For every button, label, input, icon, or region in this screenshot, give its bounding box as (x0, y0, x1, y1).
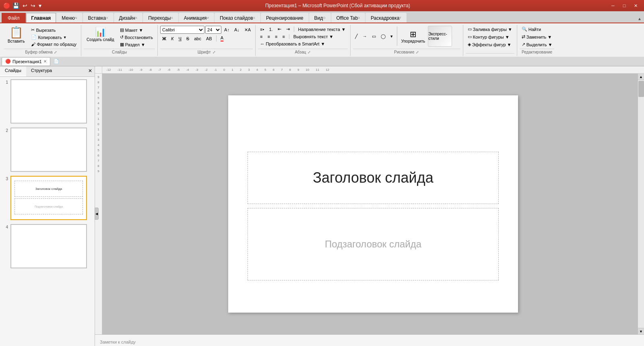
shape-circle[interactable]: ◯ (379, 33, 388, 40)
slide-thumb-2[interactable]: 2 (2, 127, 93, 173)
shadow-btn[interactable]: abc (192, 35, 203, 42)
indent-inc-btn[interactable]: ⇥ (284, 26, 292, 33)
font-color-btn[interactable]: A (219, 35, 225, 42)
panel-collapse-handle[interactable]: ◀ (95, 208, 99, 220)
scroll-thumb-v[interactable] (638, 81, 644, 97)
section-button[interactable]: ▦ Раздел ▼ (118, 41, 155, 48)
increase-font-btn[interactable]: A↑ (222, 27, 231, 33)
tab-review[interactable]: Рецензирование (261, 13, 309, 23)
slides-panel-close[interactable]: ✕ (86, 66, 95, 76)
slide-preview-4[interactable] (10, 224, 87, 268)
ribbon-collapse-btn[interactable]: ▲ (635, 15, 644, 23)
tab-menu[interactable]: МенюN (56, 13, 82, 23)
tab-officetab[interactable]: Office TabЗ (331, 13, 365, 23)
shape-fill-btn[interactable]: ▭ Заливка фигуры ▼ (466, 26, 514, 33)
tab-animation[interactable]: АнимацияИ (179, 13, 214, 23)
new-slide-button[interactable]: 📊 Создать слайд (84, 26, 117, 48)
tab-insert[interactable]: ВставкаX (83, 13, 114, 23)
indent-dec-btn[interactable]: ⇤ (276, 26, 283, 33)
align-text-btn[interactable]: Выровнять текст ▼ (291, 33, 336, 40)
find-button[interactable]: 🔍 Найти (520, 26, 555, 33)
shape-rect[interactable]: ▭ (370, 33, 378, 40)
slide-subtitle-placeholder[interactable]: Подзаголовок слайда (248, 208, 499, 280)
drawing-expand-icon[interactable]: ⤢ (416, 50, 419, 54)
tab-slideshow[interactable]: Показ слайдовX (215, 13, 260, 23)
redo-quick-btn[interactable]: ↪ (30, 2, 36, 10)
text-direction-btn[interactable]: Направление текста ▼ (296, 26, 348, 33)
clipboard-expand-icon[interactable]: ⤢ (54, 50, 57, 54)
slides-tab-slides[interactable]: Слайды (0, 66, 26, 76)
slide-title-placeholder[interactable]: Заголовок слайда (248, 152, 499, 204)
underline-btn[interactable]: Ч (177, 35, 184, 42)
justify-btn[interactable]: ≡ (280, 33, 287, 40)
bold-btn[interactable]: Ж (160, 35, 168, 42)
replace-button[interactable]: ⇄ Заменить ▼ (520, 33, 555, 40)
tab-design[interactable]: ДизайнX (114, 13, 143, 23)
strikethrough-btn[interactable]: S (184, 35, 191, 42)
ribbon-group-paragraph: ≡• 1. ⇤ ⇥ Направление текста ▼ ≡ ≡ ≡ ≡ В… (256, 25, 351, 56)
save-quick-btn[interactable]: 💾 (12, 2, 20, 10)
tab-home[interactable]: Главная (26, 13, 56, 23)
find-icon: 🔍 (522, 27, 527, 32)
arrange-button[interactable]: ⊞ Упорядочить (399, 29, 427, 44)
vertical-scrollbar[interactable]: ▲ ▼ (638, 74, 644, 334)
slide-thumb-1[interactable]: 1 (2, 78, 93, 124)
shape-arrow[interactable]: → (361, 33, 369, 39)
select-button[interactable]: ↗ Выделить ▼ (520, 41, 555, 48)
decrease-font-btn[interactable]: A↓ (232, 27, 242, 33)
maximize-button[interactable]: □ (619, 1, 630, 10)
tab-storyboard[interactable]: РаскадровкаТ (365, 13, 407, 23)
scroll-up-btn[interactable]: ▲ (638, 74, 644, 80)
slide-preview-3[interactable]: Заголовок слайда Подзаголовок слайда (10, 176, 87, 220)
layout-icon: ▤ (120, 27, 124, 33)
tab-view[interactable]: ВидO (309, 13, 331, 23)
format-painter-button[interactable]: 🖌 Формат по образцу (29, 41, 78, 47)
scroll-down-btn[interactable]: ▼ (638, 328, 644, 334)
slides-panel-tabs: Слайды Структура ✕ (0, 66, 95, 77)
slide-subtitle-text: Подзаголовок слайда (325, 239, 421, 250)
tab-file[interactable]: Файл (2, 13, 26, 23)
ribbon-group-font: Calibri 24 A↑ A↓ ✕A Ж К Ч S abc AВ A (158, 25, 256, 56)
notes-area[interactable]: Заметки к слайду (95, 334, 644, 346)
align-left-btn[interactable]: ≡ (258, 33, 264, 40)
smartart-btn[interactable]: ↔ Преобразовать в SmartArt ▼ (258, 41, 327, 47)
align-center-btn[interactable]: ≡ (266, 33, 272, 40)
quick-styles-btn[interactable]: Экспресс-стили (428, 26, 452, 47)
slides-tab-outline[interactable]: Структура (26, 66, 57, 76)
copy-button[interactable]: 📄 Копировать ▼ (29, 34, 78, 41)
slide-thumb-4[interactable]: 4 (2, 223, 93, 269)
shape-outline-btn[interactable]: ▭ Контур фигуры ▼ (466, 33, 514, 40)
numbered-btn[interactable]: 1. (267, 26, 275, 33)
reset-button[interactable]: ↺ Восстановить (118, 34, 155, 41)
ribbon-tabs: Файл Главная МенюN ВставкаX ДизайнX Пере… (0, 11, 644, 23)
slide-preview-2[interactable] (10, 128, 87, 172)
clear-format-btn[interactable]: ✕A (242, 27, 253, 33)
customize-quick-btn[interactable]: ▾ (38, 2, 42, 10)
close-button[interactable]: ✕ (630, 1, 641, 10)
italic-btn[interactable]: К (169, 35, 175, 42)
charspacing-btn[interactable]: AВ (204, 35, 214, 42)
font-expand-icon[interactable]: ⤢ (213, 50, 216, 54)
slide-thumb-3[interactable]: 3 Заголовок слайда Подзаголовок слайда (2, 175, 93, 221)
shape-line[interactable]: ╱ (353, 33, 360, 40)
paste-button[interactable]: 📋 Вставить (4, 26, 28, 48)
para-expand-icon[interactable]: ⤢ (308, 50, 311, 54)
align-right-btn[interactable]: ≡ (273, 33, 279, 40)
minimize-button[interactable]: ─ (608, 1, 618, 10)
doc-tab-add[interactable]: 📄 (51, 58, 62, 65)
slide-num-3: 3 (2, 176, 8, 181)
shape-fill-icon: ▭ (468, 27, 472, 32)
shape-more[interactable]: ▾ (388, 33, 395, 40)
tab-transitions[interactable]: ПереходыX (143, 13, 178, 23)
shape-effects-btn[interactable]: ◈ Эффекты фигур ▼ (466, 41, 514, 48)
cut-button[interactable]: ✂ Вырезать (29, 27, 78, 33)
slide-preview-1[interactable] (10, 79, 87, 124)
ribbon-group-clipboard: 📋 Вставить ✂ Вырезать 📄 Копировать ▼ 🖌 Ф… (2, 25, 81, 56)
bullets-btn[interactable]: ≡• (258, 26, 266, 33)
doc-tab-presentation1[interactable]: 🔴 Презентация1 ✕ (2, 57, 50, 66)
layout-button[interactable]: ▤ Макет ▼ (118, 27, 155, 33)
doc-tab-close[interactable]: ✕ (43, 59, 47, 64)
undo-quick-btn[interactable]: ↩ (22, 2, 28, 10)
font-family-select[interactable]: Calibri (160, 26, 204, 34)
font-size-select[interactable]: 24 (205, 26, 221, 34)
